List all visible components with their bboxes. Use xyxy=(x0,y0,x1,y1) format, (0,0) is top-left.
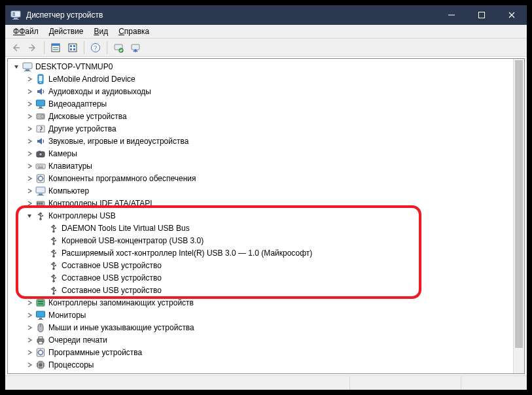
device-icon xyxy=(35,360,46,370)
category-printq[interactable]: Очереди печати xyxy=(8,334,524,346)
category-keyboard[interactable]: Клавиатуры xyxy=(8,160,524,172)
device-icon xyxy=(35,372,46,375)
category-audio[interactable]: Аудиовходы и аудиовыходы xyxy=(8,85,524,97)
minimize-button[interactable] xyxy=(436,5,467,25)
menu-help[interactable]: Справка xyxy=(113,26,154,37)
help-button[interactable]: ? xyxy=(88,40,103,56)
svg-rect-78 xyxy=(39,318,42,319)
usb-device-5[interactable]: Составное USB устройство xyxy=(8,284,524,296)
device-icon xyxy=(35,99,46,109)
usb-device-1[interactable]: Корневой USB-концентратор (USB 3.0) xyxy=(8,234,524,247)
expand-icon[interactable] xyxy=(25,199,34,208)
category-disk[interactable]: Дисковые устройства xyxy=(8,110,524,122)
expand-icon[interactable] xyxy=(25,298,34,307)
category-cpu[interactable]: Процессоры xyxy=(8,358,524,371)
category-other[interactable]: Другие устройства xyxy=(8,122,524,135)
device-label: Составное USB устройство xyxy=(62,286,162,295)
expand-icon[interactable] xyxy=(25,373,34,375)
expand-icon[interactable] xyxy=(25,323,34,332)
device-icon xyxy=(48,235,59,246)
device-label: Другие устройства xyxy=(48,124,116,133)
svg-rect-8 xyxy=(52,44,60,46)
device-icon xyxy=(35,74,46,84)
category-computer[interactable]: Компьютер xyxy=(8,184,524,197)
usb-device-4[interactable]: Составное USB устройство xyxy=(8,271,524,284)
expand-icon[interactable] xyxy=(25,186,34,196)
svg-rect-40 xyxy=(39,165,41,167)
toolbar-icon-2[interactable] xyxy=(65,40,80,56)
device-icon xyxy=(48,223,59,233)
device-icon xyxy=(48,260,59,271)
usb-device-0[interactable]: DAEMON Tools Lite Virtual USB Bus xyxy=(8,222,524,234)
expand-icon[interactable] xyxy=(38,249,47,258)
root-node[interactable]: DESKTOP-VTNMUP0 xyxy=(8,60,524,73)
expand-icon[interactable] xyxy=(38,261,47,270)
category-net[interactable]: Сетевые адаптеры xyxy=(8,371,524,374)
category-lemobile[interactable]: LeMobile Android Device xyxy=(8,73,524,85)
scrollbar[interactable] xyxy=(513,59,524,373)
back-button[interactable] xyxy=(8,40,24,56)
category-softdev[interactable]: Программные устройства xyxy=(8,346,524,358)
expand-icon[interactable] xyxy=(25,124,34,133)
toolbar-icon-1[interactable] xyxy=(48,40,63,56)
expand-icon[interactable] xyxy=(25,112,34,121)
device-label: Мыши и иные указывающие устройства xyxy=(48,323,194,332)
expand-icon[interactable] xyxy=(38,236,47,245)
expand-icon[interactable] xyxy=(25,348,34,357)
scroll-thumb[interactable] xyxy=(515,60,523,348)
device-label: Компьютер xyxy=(48,186,89,196)
svg-rect-14 xyxy=(70,48,72,50)
svg-rect-61 xyxy=(55,239,56,241)
expand-icon[interactable] xyxy=(25,87,34,96)
expand-icon[interactable] xyxy=(38,273,47,283)
device-icon xyxy=(35,310,46,320)
category-monitor[interactable]: Мониторы xyxy=(8,309,524,321)
toolbar-icon-4[interactable] xyxy=(128,40,143,56)
expand-icon[interactable] xyxy=(38,286,47,295)
device-icon xyxy=(35,136,46,146)
expand-icon[interactable] xyxy=(25,149,34,158)
device-tree[interactable]: DESKTOP-VTNMUP0LeMobile Android DeviceАу… xyxy=(8,59,524,374)
category-ide[interactable]: Контроллеры IDE ATA/ATAPI xyxy=(8,197,524,209)
category-sound[interactable]: Звуковые, игровые и видеоустройства xyxy=(8,135,524,147)
device-label: Составное USB устройство xyxy=(62,273,162,283)
svg-rect-10 xyxy=(53,49,58,50)
device-icon xyxy=(35,335,46,345)
expand-icon[interactable] xyxy=(38,224,47,233)
expand-icon[interactable] xyxy=(12,62,21,71)
menu-view[interactable]: Вид xyxy=(88,26,113,37)
category-camera[interactable]: Камеры xyxy=(8,147,524,160)
category-storage[interactable]: Контроллеры запоминающих устройств xyxy=(8,296,524,309)
close-button[interactable] xyxy=(497,5,527,25)
expand-icon[interactable] xyxy=(25,211,34,220)
device-label: Компоненты программного обеспечения xyxy=(48,174,196,183)
window: Диспетчер устройств ФФайлФайл Действие В… xyxy=(5,5,527,390)
svg-rect-28 xyxy=(39,107,42,108)
maximize-button[interactable] xyxy=(467,5,497,25)
category-video[interactable]: Видеоадаптеры xyxy=(8,97,524,110)
forward-button[interactable] xyxy=(25,40,41,56)
expand-icon[interactable] xyxy=(25,75,34,84)
menu-file[interactable]: ФФайлФайл xyxy=(8,26,44,37)
usb-device-3[interactable]: Составное USB устройство xyxy=(8,259,524,271)
expand-icon[interactable] xyxy=(25,99,34,109)
svg-point-72 xyxy=(51,288,52,290)
menu-action[interactable]: Действие xyxy=(44,26,89,37)
usb-device-2[interactable]: Расширяемый хост-контроллер Intel(R) USB… xyxy=(8,247,524,259)
category-mouse[interactable]: Мыши и иные указывающие устройства xyxy=(8,321,524,334)
expand-icon[interactable] xyxy=(25,162,34,171)
expand-icon[interactable] xyxy=(25,311,34,320)
device-label: Программные устройства xyxy=(48,348,142,357)
svg-rect-76 xyxy=(38,303,43,304)
category-usb[interactable]: Контроллеры USB xyxy=(8,209,524,222)
expand-icon[interactable] xyxy=(25,137,34,146)
svg-point-26 xyxy=(40,82,41,83)
toolbar-icon-3[interactable] xyxy=(111,40,126,56)
expand-icon[interactable] xyxy=(25,335,34,345)
svg-rect-79 xyxy=(38,319,43,320)
svg-rect-20 xyxy=(132,44,139,50)
expand-icon[interactable] xyxy=(25,174,34,183)
expand-icon[interactable] xyxy=(25,360,34,369)
device-label: Процессоры xyxy=(48,360,94,369)
category-software[interactable]: Компоненты программного обеспечения xyxy=(8,172,524,184)
